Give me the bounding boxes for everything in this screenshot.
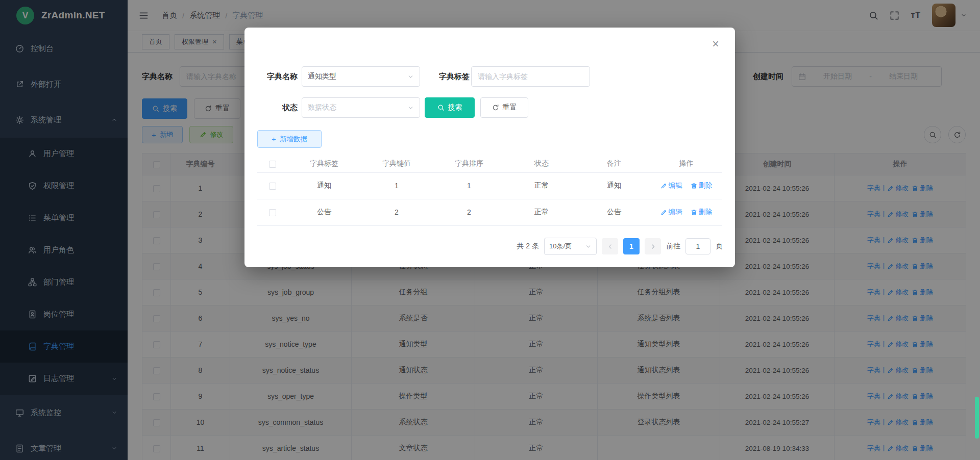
goto-page-input[interactable] <box>685 238 710 254</box>
delete-label: 删除 <box>699 208 713 217</box>
page-unit-label: 页 <box>716 242 723 251</box>
select-all-cell <box>257 156 288 172</box>
dialog-dict-name-label: 字典名称 <box>257 66 298 87</box>
dialog-search-button[interactable]: 搜索 <box>425 97 475 118</box>
dialog-dict-table: 字典标签字典键值字典排序状态备注操作 通知11正常通知编辑删除公告22正常公告编… <box>257 156 722 226</box>
delete-link[interactable]: 删除 <box>691 181 713 190</box>
row-checkbox[interactable] <box>269 183 276 190</box>
dict-label-label: 字典标签 <box>439 66 470 87</box>
remark-cell: 通知 <box>578 172 650 199</box>
scrollbar-thumb[interactable] <box>975 397 979 439</box>
next-page-button[interactable] <box>645 238 661 254</box>
status-select[interactable]: 数据状态 <box>302 97 420 118</box>
dialog-form-row-1: 字典名称 通知类型 字典标签 <box>244 66 735 87</box>
dict-value-cell: 2 <box>360 199 433 225</box>
column-header: 字典排序 <box>433 156 505 172</box>
column-header: 备注 <box>578 156 650 172</box>
chevron-down-icon <box>585 243 592 250</box>
column-header: 字典标签 <box>288 156 360 172</box>
add-data-button[interactable]: + 新增数据 <box>257 130 322 148</box>
row-select-cell <box>257 199 288 225</box>
dialog-form-row-2: 状态 数据状态 搜索 重置 <box>244 97 735 118</box>
delete-link[interactable]: 删除 <box>691 208 713 217</box>
dict-name-value: 通知类型 <box>308 72 336 81</box>
edit-link[interactable]: 编辑 <box>660 208 682 217</box>
status-placeholder: 数据状态 <box>308 103 336 112</box>
dict-value-cell: 1 <box>360 172 433 199</box>
row-select-cell <box>257 172 288 199</box>
select-all-checkbox[interactable] <box>269 161 276 168</box>
dict-data-dialog: × 字典名称 通知类型 字典标签 状态 数据状态 搜索 重置 <box>244 28 735 267</box>
dict-sort-cell: 2 <box>433 199 505 225</box>
edit-label: 编辑 <box>669 208 682 217</box>
chevron-left-icon <box>607 243 614 250</box>
goto-label: 前往 <box>666 242 680 251</box>
refresh-icon <box>492 104 499 111</box>
dialog-table-row: 公告22正常公告编辑删除 <box>257 199 722 225</box>
edit-pencil-icon <box>660 209 667 216</box>
dialog-table-header-row: 字典标签字典键值字典排序状态备注操作 <box>257 156 722 172</box>
status-label: 状态 <box>257 97 298 118</box>
dialog-search-label: 搜索 <box>448 103 462 112</box>
row-checkbox[interactable] <box>269 209 276 216</box>
remark-cell: 公告 <box>578 199 650 225</box>
dict-name-select[interactable]: 通知类型 <box>302 66 420 87</box>
column-header: 操作 <box>650 156 722 172</box>
chevron-down-icon <box>407 73 414 80</box>
row-actions: 编辑删除 <box>650 172 722 199</box>
search-icon <box>437 104 445 111</box>
dict-sort-cell: 1 <box>433 172 505 199</box>
dialog-reset-button[interactable]: 重置 <box>480 97 528 118</box>
delete-label: 删除 <box>699 181 713 190</box>
page-size-value: 10条/页 <box>549 242 572 251</box>
edit-label: 编辑 <box>669 181 682 190</box>
row-actions: 编辑删除 <box>650 199 722 225</box>
status-cell: 正常 <box>505 199 578 225</box>
page-size-select[interactable]: 10条/页 <box>544 238 597 255</box>
edit-pencil-icon <box>660 183 667 189</box>
add-data-label: 新增数据 <box>280 135 307 144</box>
chevron-down-icon <box>407 105 414 111</box>
pagination: 共 2 条 10条/页 1 前往 页 <box>517 238 723 255</box>
current-page-button[interactable]: 1 <box>623 238 640 254</box>
chevron-right-icon <box>650 243 656 250</box>
edit-link[interactable]: 编辑 <box>660 181 682 190</box>
column-header: 状态 <box>505 156 578 172</box>
dialog-table-row: 通知11正常通知编辑删除 <box>257 172 722 199</box>
dict-label-input[interactable] <box>471 66 590 87</box>
pagination-total: 共 2 条 <box>517 242 539 251</box>
trash-icon <box>691 209 697 216</box>
column-header: 字典键值 <box>360 156 433 172</box>
plus-icon: + <box>272 136 276 143</box>
prev-page-button[interactable] <box>602 238 618 254</box>
dict-label-cell: 公告 <box>288 199 360 225</box>
close-icon[interactable]: × <box>710 39 721 49</box>
dialog-reset-label: 重置 <box>503 103 517 112</box>
trash-icon <box>691 183 697 189</box>
dict-label-cell: 通知 <box>288 172 360 199</box>
status-cell: 正常 <box>505 172 578 199</box>
